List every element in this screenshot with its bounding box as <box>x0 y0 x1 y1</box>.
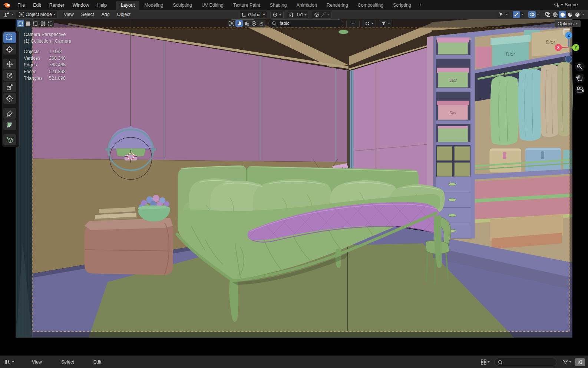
stat-row: Vertices268,348 <box>24 55 66 62</box>
chevron-down-icon <box>371 23 374 24</box>
viewport-menu-item[interactable]: Add <box>98 12 113 17</box>
gear-icon <box>578 359 583 365</box>
workspace-tab[interactable]: UV Editing <box>197 1 228 10</box>
filter-shading-icon[interactable] <box>235 20 243 27</box>
workspace-tab[interactable]: Animation <box>292 1 322 10</box>
workspace-tab[interactable]: Sculpting <box>168 1 196 10</box>
gizmos-toggle[interactable] <box>512 11 525 18</box>
editor-type-icon[interactable] <box>4 12 10 17</box>
camera-view-button[interactable] <box>575 85 585 95</box>
blender-logo-icon[interactable] <box>3 2 11 9</box>
filter-world-icon[interactable] <box>250 20 258 27</box>
add-cube-tool[interactable] <box>3 134 16 145</box>
ceiling-vent[interactable] <box>338 30 348 34</box>
statusbar: ViewSelectEdit <box>0 355 588 368</box>
app-menu-item[interactable]: Render <box>45 3 69 8</box>
workspace-tab[interactable]: Texture Paint <box>228 1 265 10</box>
viewport-3d-scene[interactable]: Dior Dior Dior Dior <box>0 19 588 355</box>
scale-tool[interactable] <box>3 82 16 92</box>
statusbar-search-input[interactable] <box>505 359 547 365</box>
rotate-tool[interactable] <box>3 70 16 81</box>
select-mode-extend[interactable] <box>24 20 32 27</box>
shading-wireframe-button[interactable] <box>551 11 559 18</box>
filter-brush-icon[interactable] <box>258 20 265 27</box>
visibility-dropdown[interactable] <box>497 11 509 18</box>
viewport-menu-item[interactable]: Object <box>113 12 134 17</box>
snapping-controls[interactable] <box>287 11 309 19</box>
shading-rendered-button[interactable] <box>574 11 581 18</box>
viewport-menus: ViewSelectAddObject <box>60 12 134 17</box>
axis-navigation-gizmo[interactable]: X Y Z <box>552 30 588 67</box>
xray-toggle[interactable] <box>544 11 551 18</box>
filter-material-icon[interactable] <box>243 20 250 27</box>
filter-bar <box>228 19 392 27</box>
statusbar-search[interactable] <box>494 358 557 366</box>
shading-solid-button[interactable] <box>559 11 566 18</box>
chevron-down-icon[interactable] <box>12 361 14 363</box>
chevron-down-icon[interactable] <box>488 361 490 363</box>
books[interactable] <box>94 207 137 220</box>
chevron-down-icon <box>521 14 523 15</box>
chevron-down-icon[interactable] <box>582 14 584 15</box>
mode-dropdown[interactable]: Object Mode <box>17 11 58 19</box>
pan-button[interactable] <box>575 73 585 83</box>
shading-controls <box>544 11 586 18</box>
search-input[interactable] <box>279 20 332 26</box>
transform-tool[interactable] <box>3 93 16 104</box>
hierarchy-filter-button[interactable] <box>363 20 376 27</box>
workspace-tab[interactable]: Modeling <box>139 1 168 10</box>
overlays-icon <box>529 12 535 17</box>
viewport-menu-item[interactable]: View <box>60 12 77 17</box>
select-mode-invert[interactable] <box>39 20 46 27</box>
cursor-tool[interactable] <box>3 44 16 55</box>
measure-tool[interactable] <box>3 119 16 130</box>
chevron-down-icon[interactable] <box>11 14 14 15</box>
select-mode-subtract[interactable] <box>32 20 39 27</box>
filter-funnel-icon[interactable] <box>562 359 568 365</box>
overlays-toggle[interactable] <box>528 11 541 18</box>
statusbar-menu-item[interactable]: Edit <box>93 359 102 365</box>
grid-display-icon[interactable] <box>480 359 487 365</box>
select-mode-set[interactable] <box>17 20 24 27</box>
options-button[interactable]: Options <box>555 20 581 27</box>
orientation-label: Global <box>248 12 261 17</box>
add-workspace-button[interactable]: + <box>416 1 425 10</box>
workspace-tab[interactable]: Rendering <box>322 1 353 10</box>
workspace-tab[interactable]: Shading <box>265 1 292 10</box>
statusbar-menu-item[interactable]: Select <box>61 359 74 365</box>
chevron-down-icon <box>561 4 563 6</box>
workspace-tab[interactable]: Compositing <box>353 1 388 10</box>
app-menu-item[interactable]: Window <box>69 3 93 8</box>
collapsed-panel-button[interactable] <box>346 20 360 27</box>
workspace-tab[interactable]: Layout <box>116 1 140 10</box>
app-menu-item[interactable]: Edit <box>29 3 45 8</box>
select-mode-intersect[interactable] <box>46 20 54 27</box>
viewport-search[interactable] <box>268 19 343 27</box>
shading-material-button[interactable] <box>566 11 574 18</box>
filter-object-icon[interactable] <box>228 20 235 27</box>
workspace-tab[interactable]: Scripting <box>388 1 416 10</box>
pivot-dropdown[interactable] <box>270 11 284 19</box>
annotate-tool[interactable] <box>3 108 16 119</box>
svg-text:Y: Y <box>575 46 577 50</box>
stat-row: Triangles521,898 <box>24 75 66 82</box>
move-tool[interactable] <box>3 59 16 69</box>
select-box-tool[interactable] <box>3 32 16 43</box>
orientation-dropdown[interactable]: Global <box>239 11 267 19</box>
app-menus: FileEditRenderWindowHelp <box>13 3 111 8</box>
zoom-button[interactable] <box>575 62 585 72</box>
chevron-down-icon[interactable] <box>569 361 571 363</box>
workspace-tabs: LayoutModelingSculptingUV EditingTexture… <box>116 0 416 10</box>
statusbar-menu-item[interactable]: View <box>32 359 42 365</box>
filter-funnel-button[interactable] <box>379 20 392 27</box>
app-menu-item[interactable]: Help <box>93 3 111 8</box>
proportional-editing[interactable] <box>312 11 332 19</box>
mode-label: Object Mode <box>26 12 52 17</box>
app-menu-item[interactable]: File <box>13 3 29 8</box>
visibility-icon <box>498 12 504 17</box>
scene-selector[interactable]: Scene <box>554 1 588 9</box>
editor-icon[interactable] <box>4 359 11 365</box>
axis-negative-ball[interactable] <box>565 56 572 62</box>
settings-toggle-button[interactable] <box>575 358 585 366</box>
viewport-menu-item[interactable]: Select <box>77 12 98 17</box>
